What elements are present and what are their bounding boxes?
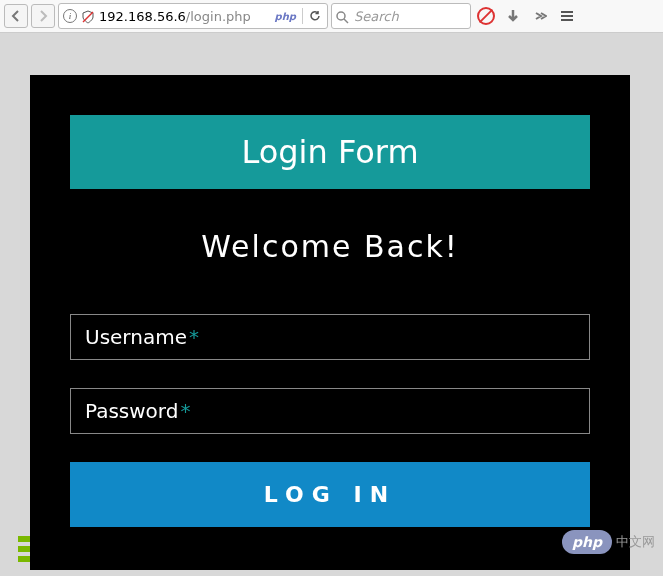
- watermark-phpcn: php 中文网: [562, 530, 655, 554]
- php-pill-icon: php: [562, 530, 612, 554]
- menu-icon[interactable]: [555, 4, 579, 28]
- back-button[interactable]: [4, 4, 28, 28]
- required-asterisk: *: [180, 399, 190, 423]
- url-host: 192.168.56.6: [99, 9, 186, 24]
- username-label: Username: [85, 325, 187, 349]
- forward-button[interactable]: [31, 4, 55, 28]
- phpcn-text: 中文网: [616, 533, 655, 551]
- url-text: 192.168.56.6/login.php: [99, 9, 271, 24]
- tracking-shield-icon[interactable]: [81, 9, 95, 23]
- overflow-icon[interactable]: [528, 4, 552, 28]
- search-icon: [336, 9, 350, 23]
- url-php-badge: php: [275, 11, 298, 22]
- url-bar[interactable]: i 192.168.56.6/login.php php: [58, 3, 328, 29]
- url-path: /login.php: [186, 9, 251, 24]
- welcome-text: Welcome Back!: [70, 229, 590, 264]
- password-label: Password: [85, 399, 178, 423]
- downloads-icon[interactable]: [501, 4, 525, 28]
- form-title: Login Form: [70, 115, 590, 189]
- noscript-icon[interactable]: [474, 4, 498, 28]
- reload-button[interactable]: [307, 8, 323, 24]
- login-button[interactable]: LOG IN: [70, 462, 590, 527]
- username-field[interactable]: Username *: [70, 314, 590, 360]
- search-placeholder: Search: [354, 9, 399, 24]
- search-bar[interactable]: Search: [331, 3, 471, 29]
- site-info-icon[interactable]: i: [63, 9, 77, 23]
- password-field[interactable]: Password *: [70, 388, 590, 434]
- svg-line-2: [344, 19, 348, 23]
- required-asterisk: *: [189, 325, 199, 349]
- browser-toolbar: i 192.168.56.6/login.php php Search: [0, 0, 663, 33]
- svg-point-1: [337, 12, 345, 20]
- login-card: Login Form Welcome Back! Username * Pass…: [30, 75, 630, 570]
- url-separator: [302, 8, 303, 24]
